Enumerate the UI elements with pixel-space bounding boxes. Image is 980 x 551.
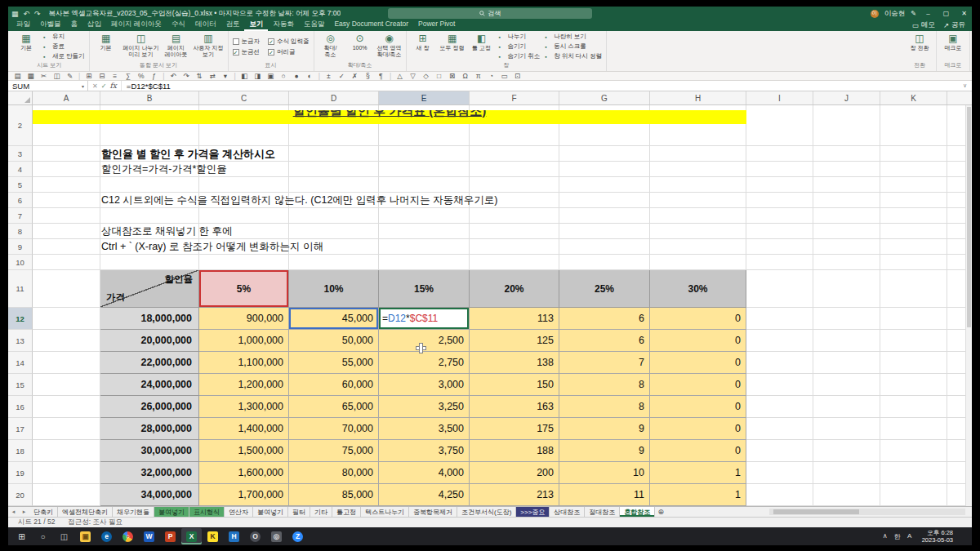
comments-button[interactable]: ▭메모 <box>912 20 935 30</box>
data-cell-D18[interactable]: 75,000 <box>289 440 379 462</box>
toolbar-icon-15[interactable]: ⇅ <box>194 72 203 81</box>
cell-A7[interactable] <box>33 208 100 224</box>
taskbar-search-icon[interactable]: ○ <box>33 528 53 544</box>
cell-G7[interactable] <box>559 208 650 224</box>
ribbon-tab-6[interactable]: 데이터 <box>190 19 221 31</box>
sheet-tab-16[interactable]: 혼합참조 <box>620 507 655 517</box>
redo-icon[interactable]: ↷ <box>34 10 41 18</box>
data-cell-E16[interactable]: 3,250 <box>379 396 470 418</box>
sheet-tab-12[interactable]: 조건부서식(도장) <box>457 507 516 517</box>
rate-header-30%[interactable]: 30% <box>650 270 746 308</box>
row-header-16[interactable]: 16 <box>8 396 33 418</box>
cell-K6[interactable] <box>880 193 947 208</box>
rate-header-20%[interactable]: 20% <box>470 270 559 308</box>
column-header-A[interactable]: A <box>33 91 100 104</box>
row-header-20[interactable]: 20 <box>8 484 33 506</box>
cell-A11[interactable] <box>33 270 100 308</box>
ribbon-tab-1[interactable]: 아벨블 <box>35 19 66 31</box>
cell-J20[interactable] <box>813 484 880 506</box>
cell-A4[interactable] <box>33 162 100 177</box>
vertical-scrollbar-thumb[interactable] <box>967 107 971 327</box>
price-cell-B16[interactable]: 26,000,000 <box>100 396 199 418</box>
ribbon-small-button[interactable]: ▪나란히 보기 <box>545 33 602 41</box>
maximize-button[interactable]: ▢ <box>940 10 952 17</box>
row-header-4[interactable]: 4 <box>8 162 33 177</box>
data-cell-G16[interactable]: 8 <box>559 396 650 418</box>
cell-F7[interactable] <box>470 208 559 224</box>
cell-B5[interactable] <box>100 177 199 193</box>
taskbar-edge-icon[interactable]: e <box>96 528 117 544</box>
cell-H5[interactable] <box>650 177 746 193</box>
row-header-13[interactable]: 13 <box>8 330 33 352</box>
data-cell-D20[interactable]: 85,000 <box>289 484 379 506</box>
ribbon-tab-11[interactable]: Easy Document Creator <box>329 19 413 31</box>
ribbon-button[interactable]: ▥사용자 지정 보기 <box>194 33 224 60</box>
ribbon-tab-12[interactable]: Power Pivot <box>413 19 460 31</box>
row-header-18[interactable]: 18 <box>8 440 33 462</box>
row-header-6[interactable]: 6 <box>8 193 33 208</box>
data-cell-G19[interactable]: 10 <box>559 462 650 484</box>
row-header-9[interactable]: 9 <box>8 239 33 255</box>
ribbon-small-button[interactable]: ▪새로 만들기 <box>43 52 85 60</box>
ribbon-checkbox[interactable]: ✓수식 입력줄 <box>268 38 310 46</box>
rate-header-5%[interactable]: 5% <box>199 270 289 308</box>
data-cell-C19[interactable]: 1,600,000 <box>199 462 289 484</box>
rate-header-25%[interactable]: 25% <box>559 270 650 308</box>
cell-K8[interactable] <box>880 224 947 239</box>
name-box[interactable]: SUM <box>8 81 78 91</box>
toolbar-icon-36[interactable]: ⊠ <box>448 72 457 81</box>
cell-I7[interactable] <box>746 208 813 224</box>
taskbar-word-icon[interactable]: W <box>139 528 159 544</box>
tray-item-0[interactable]: ∧ <box>882 532 889 541</box>
cell-K11[interactable] <box>880 270 947 308</box>
ribbon-button[interactable]: ◫창 전환 <box>907 33 932 60</box>
taskbar-chrome-icon[interactable]: ○ <box>118 528 138 544</box>
ribbon-tab-9[interactable]: 자동화 <box>268 19 299 31</box>
data-cell-E15[interactable]: 3,000 <box>379 374 470 396</box>
column-header-I[interactable]: I <box>746 91 813 104</box>
data-cell-H12[interactable]: 0 <box>650 308 746 330</box>
row-header-10[interactable]: 10 <box>8 255 33 270</box>
data-cell-G15[interactable]: 8 <box>559 374 650 396</box>
cell-A12[interactable] <box>33 308 100 330</box>
cell-F10[interactable] <box>470 255 559 270</box>
toolbar-icon-39[interactable]: ◔ <box>487 72 496 81</box>
ribbon-tab-2[interactable]: 홈 <box>66 19 83 31</box>
toolbar-icon-9[interactable]: ∑ <box>123 72 132 81</box>
sheet-tab-7[interactable]: 필터 <box>288 507 310 517</box>
ribbon-button[interactable]: ◫페이지 나누기 미리 보기 <box>123 33 159 60</box>
cell-I17[interactable] <box>746 418 813 440</box>
data-cell-C15[interactable]: 1,200,000 <box>199 374 289 396</box>
ribbon-small-button[interactable]: ▪숨기기 취소 <box>499 52 541 60</box>
cell-D3[interactable] <box>289 146 379 162</box>
row-header-17[interactable]: 17 <box>8 418 33 440</box>
toolbar-icon-29[interactable]: § <box>363 72 372 81</box>
horizontal-scrollbar[interactable] <box>769 509 965 515</box>
row-header-2[interactable]: 2 <box>8 105 33 146</box>
cell-F3[interactable] <box>470 146 559 162</box>
data-cell-F17[interactable]: 175 <box>470 418 559 440</box>
cell-A9[interactable] <box>33 239 100 255</box>
row-header-11[interactable]: 11 <box>8 270 33 308</box>
cell-J18[interactable] <box>813 440 880 462</box>
data-cell-H17[interactable]: 0 <box>650 418 746 440</box>
cell-I8[interactable] <box>746 224 813 239</box>
undo-icon[interactable]: ↶ <box>24 10 30 18</box>
cell-B10[interactable] <box>100 255 199 270</box>
toolbar-icon-21[interactable]: ▣ <box>266 72 275 81</box>
toolbar-icon-1[interactable]: ▦ <box>26 72 35 81</box>
cell-K4[interactable] <box>880 162 947 177</box>
cell-J9[interactable] <box>813 239 880 255</box>
price-cell-B14[interactable]: 22,000,000 <box>100 352 199 374</box>
cell-K3[interactable] <box>880 146 947 162</box>
price-cell-B17[interactable]: 28,000,000 <box>100 418 199 440</box>
cell-A6[interactable] <box>33 193 100 208</box>
cell-J3[interactable] <box>813 146 880 162</box>
cell-K17[interactable] <box>880 418 947 440</box>
cell-K7[interactable] <box>880 208 947 224</box>
toolbar-icon-40[interactable]: ▭ <box>500 72 509 81</box>
toolbar-icon-32[interactable]: △ <box>395 72 404 81</box>
sheet-tab-15[interactable]: 절대참조 <box>585 507 620 517</box>
cell-A15[interactable] <box>33 374 100 396</box>
cell-E4[interactable] <box>379 162 470 177</box>
